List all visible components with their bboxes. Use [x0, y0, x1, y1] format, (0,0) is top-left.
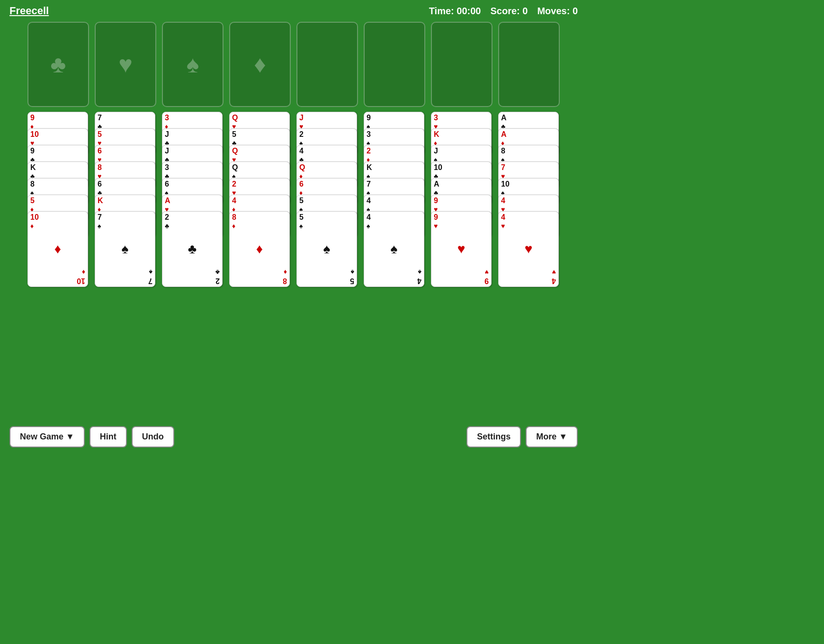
game-title[interactable]: Freecell: [9, 5, 49, 17]
foundation-2[interactable]: [364, 22, 425, 107]
card-rank-bottom: 2♣: [165, 268, 220, 285]
card-rank-bottom: 10♦: [30, 268, 85, 285]
card-rank: A♣: [501, 114, 556, 130]
table-row[interactable]: 10♦ ♦ 10♦: [27, 211, 88, 287]
card-rank: K♣: [30, 163, 85, 180]
card-rank: 2♥: [232, 180, 287, 197]
card-rank: 2♦: [367, 147, 421, 163]
table-row[interactable]: 9♥ ♥ 9♥: [431, 211, 492, 287]
card-pip: ♥: [501, 230, 556, 268]
card-rank: 9♥: [434, 213, 489, 230]
card-rank: 8♠: [30, 180, 85, 197]
card-rank: Q♦: [299, 163, 354, 180]
freecell-1-suit: ♣: [51, 51, 66, 78]
card-pip: ♣: [165, 230, 220, 268]
column-2[interactable]: 7♣ ♣ 7♣ 5♥: [95, 112, 156, 287]
undo-button[interactable]: Undo: [132, 426, 174, 447]
card-rank-bottom: 4♥: [501, 268, 556, 285]
card-rank: 4♣: [299, 147, 354, 163]
card-rank: Q♥: [232, 147, 287, 163]
card-rank: 5♥: [98, 130, 152, 147]
table-row[interactable]: 5♠ ♠ 5♠: [296, 211, 357, 287]
card-rank: J♣: [165, 147, 220, 163]
column-6[interactable]: 9♠ ♠ 9♠ 3♠: [364, 112, 425, 287]
card-rank: 3♦: [165, 114, 220, 130]
column-4[interactable]: Q♥ 👸 Q♥ 5♣: [229, 112, 291, 287]
freecell-2[interactable]: ♥: [95, 22, 156, 107]
card-rank: K♦: [98, 197, 152, 213]
card-rank: 3♥: [434, 114, 489, 130]
foundation-3[interactable]: [431, 22, 493, 107]
card-rank: 4♠: [367, 213, 421, 230]
card-rank: A♦: [501, 130, 556, 147]
card-rank: K♦: [434, 130, 489, 147]
card-rank: 5♣: [232, 130, 287, 147]
header: Freecell Time: 00:00 Score: 0 Moves: 0: [0, 0, 587, 22]
more-button[interactable]: More ▼: [526, 426, 578, 447]
card-rank: 4♦: [232, 197, 287, 213]
card-rank: 2♠: [299, 130, 354, 147]
bottom-right-buttons: Settings More ▼: [466, 426, 578, 447]
column-1[interactable]: 9♦ ♦ 9♦ 10♥: [27, 112, 89, 287]
settings-button[interactable]: Settings: [466, 426, 521, 447]
card-rank: A♣: [434, 180, 489, 197]
column-5[interactable]: J♥ 🤴 J♥ 2♠: [296, 112, 358, 287]
freecell-4-suit: ♦: [254, 51, 266, 78]
card-rank-bottom: 7♠: [98, 268, 152, 285]
table-row[interactable]: 8♦ ♦ 8♦: [229, 211, 290, 287]
card-rank: 10♥: [30, 130, 85, 147]
time-display: Time: 00:00: [429, 6, 481, 17]
card-rank: 10♦: [30, 213, 85, 230]
card-rank: 10♣: [434, 163, 489, 180]
table-row[interactable]: 4♠ ♠ 4♠: [364, 211, 424, 287]
stats: Time: 00:00 Score: 0 Moves: 0: [429, 6, 578, 17]
column-3[interactable]: 3♦ ♦ 3♦ J♣: [162, 112, 224, 287]
card-rank: 7♠: [367, 180, 421, 197]
card-rank: 8♦: [232, 213, 287, 230]
column-7[interactable]: 3♥ ♥ 3♥ K♦: [431, 112, 493, 287]
table-row[interactable]: 7♠ ♠ 7♠: [95, 211, 155, 287]
card-rank: Q♥: [232, 114, 287, 130]
card-rank: 4♥: [501, 197, 556, 213]
card-rank: 10♠: [501, 180, 556, 197]
card-rank: 6♠: [165, 180, 220, 197]
table-row[interactable]: 2♣ ♣ 2♣: [162, 211, 223, 287]
card-rank: 2♣: [165, 213, 220, 230]
card-rank: A♥: [165, 197, 220, 213]
card-rank-bottom: 8♦: [232, 268, 287, 285]
card-rank: 7♣: [98, 114, 152, 130]
card-rank: 5♠: [299, 213, 354, 230]
new-game-button[interactable]: New Game ▼: [9, 426, 85, 447]
card-rank: 6♦: [299, 180, 354, 197]
card-rank: 5♦: [30, 197, 85, 213]
freecell-4[interactable]: ♦: [229, 22, 291, 107]
moves-display: Moves: 0: [537, 6, 578, 17]
card-pip: ♥: [434, 230, 489, 268]
freecell-2-suit: ♥: [118, 51, 133, 78]
card-rank-bottom: 5♠: [299, 268, 354, 285]
card-rank: 5♠: [299, 197, 354, 213]
card-pip: ♠: [367, 230, 421, 268]
table-row[interactable]: 4♥ ♥ 4♥: [498, 211, 559, 287]
card-rank: 3♠: [367, 130, 421, 147]
card-rank: J♣: [165, 130, 220, 147]
card-rank-bottom: 4♠: [367, 268, 421, 285]
column-8[interactable]: A♣ ♣ A♣ A♦: [498, 112, 560, 287]
hint-button[interactable]: Hint: [90, 426, 127, 447]
card-rank: 3♣: [165, 163, 220, 180]
card-rank: 6♥: [98, 147, 152, 163]
freecell-3-suit: ♠: [187, 51, 199, 78]
freecell-1[interactable]: ♣: [27, 22, 89, 107]
card-rank: K♠: [367, 163, 421, 180]
foundation-1[interactable]: [296, 22, 358, 107]
top-area: ♣ ♥ ♠ ♦: [0, 22, 587, 112]
card-rank: 4♠: [367, 197, 421, 213]
foundation-4[interactable]: [498, 22, 560, 107]
card-pip: ♦: [30, 230, 85, 268]
card-rank: J♠: [434, 147, 489, 163]
card-rank: 9♦: [30, 114, 85, 130]
card-pip: ♦: [232, 230, 287, 268]
freecell-3[interactable]: ♠: [162, 22, 224, 107]
card-rank: 8♠: [501, 147, 556, 163]
card-rank: 9♣: [30, 147, 85, 163]
